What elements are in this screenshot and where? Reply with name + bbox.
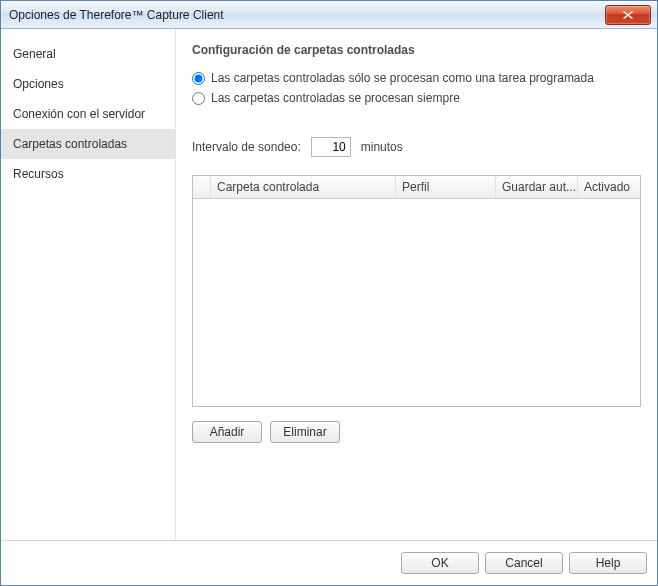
add-button[interactable]: Añadir bbox=[192, 421, 262, 443]
folders-table: Carpeta controlada Perfil Guardar aut...… bbox=[192, 175, 641, 407]
radio-scheduled-label[interactable]: Las carpetas controladas sólo se procesa… bbox=[211, 71, 594, 85]
sidebar-item-label: Carpetas controladas bbox=[13, 137, 127, 151]
sidebar-item-label: Conexión con el servidor bbox=[13, 107, 145, 121]
sidebar-item-label: Recursos bbox=[13, 167, 64, 181]
sidebar: General Opciones Conexión con el servido… bbox=[1, 29, 176, 540]
sidebar-item-options[interactable]: Opciones bbox=[1, 69, 175, 99]
help-button[interactable]: Help bbox=[569, 552, 647, 574]
remove-button[interactable]: Eliminar bbox=[270, 421, 340, 443]
radio-always[interactable] bbox=[192, 92, 205, 105]
table-header: Carpeta controlada Perfil Guardar aut...… bbox=[193, 176, 640, 199]
sidebar-item-general[interactable]: General bbox=[1, 39, 175, 69]
radio-scheduled[interactable] bbox=[192, 72, 205, 85]
sidebar-item-label: Opciones bbox=[13, 77, 64, 91]
sidebar-item-label: General bbox=[13, 47, 56, 61]
sidebar-item-server-connection[interactable]: Conexión con el servidor bbox=[1, 99, 175, 129]
cancel-button[interactable]: Cancel bbox=[485, 552, 563, 574]
interval-label: Intervalo de sondeo: bbox=[192, 140, 301, 154]
dialog-window: Opciones de Therefore™ Capture Client Ge… bbox=[0, 0, 658, 586]
radio-row-scheduled: Las carpetas controladas sólo se procesa… bbox=[192, 71, 641, 85]
table-col-profile[interactable]: Perfil bbox=[396, 176, 496, 198]
table-col-spacer bbox=[193, 176, 211, 198]
titlebar: Opciones de Therefore™ Capture Client bbox=[1, 1, 657, 29]
table-col-folder[interactable]: Carpeta controlada bbox=[211, 176, 396, 198]
close-button[interactable] bbox=[605, 5, 651, 25]
table-actions: Añadir Eliminar bbox=[192, 421, 641, 443]
dialog-body: General Opciones Conexión con el servido… bbox=[1, 29, 657, 541]
table-col-autosave[interactable]: Guardar aut... bbox=[496, 176, 578, 198]
interval-input[interactable] bbox=[311, 137, 351, 157]
interval-unit: minutos bbox=[361, 140, 403, 154]
section-header: Configuración de carpetas controladas bbox=[192, 43, 641, 57]
radio-row-always: Las carpetas controladas se procesan sie… bbox=[192, 91, 641, 105]
sidebar-item-controlled-folders[interactable]: Carpetas controladas bbox=[1, 129, 175, 159]
dialog-footer: OK Cancel Help bbox=[1, 541, 657, 585]
table-body[interactable] bbox=[193, 199, 640, 406]
ok-button[interactable]: OK bbox=[401, 552, 479, 574]
sidebar-item-resources[interactable]: Recursos bbox=[1, 159, 175, 189]
radio-always-label[interactable]: Las carpetas controladas se procesan sie… bbox=[211, 91, 460, 105]
content-pane: Configuración de carpetas controladas La… bbox=[176, 29, 657, 540]
table-col-enabled[interactable]: Activado bbox=[578, 176, 640, 198]
window-title: Opciones de Therefore™ Capture Client bbox=[9, 8, 605, 22]
interval-row: Intervalo de sondeo: minutos bbox=[192, 137, 641, 157]
close-icon bbox=[623, 11, 633, 19]
